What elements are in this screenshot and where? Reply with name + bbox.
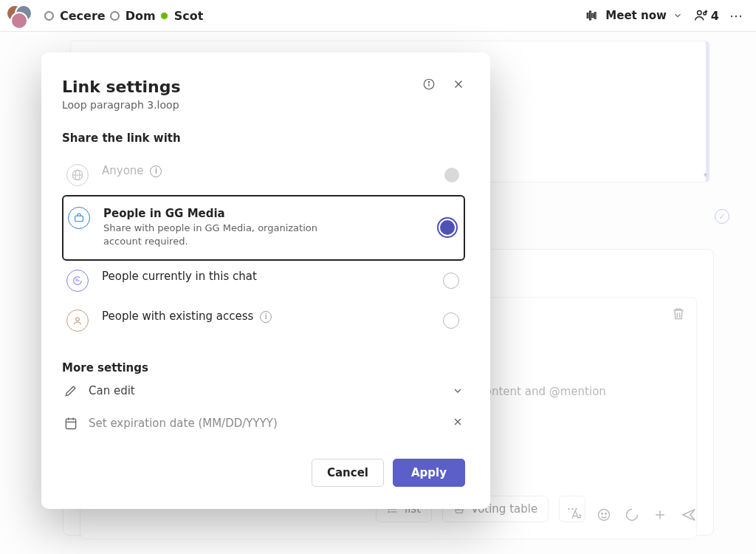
more-settings-label: More settings [62,361,465,375]
dialog-title: Link settings [62,78,422,96]
svg-rect-3 [595,13,597,18]
expiration-placeholder: Set expiration date (MM/DD/YYYY) [89,417,441,430]
info-icon [422,78,436,91]
people-icon [693,7,709,24]
pencil-icon [63,383,78,398]
option-organization[interactable]: People in GG Media Share with people in … [62,195,465,261]
svg-point-4 [697,11,701,15]
radio-existing-access[interactable] [443,312,459,329]
svg-rect-1 [590,11,591,20]
chat-avatar-stack[interactable] [6,4,34,27]
permission-dropdown[interactable]: Can edit [62,375,465,407]
person-icon [66,310,89,332]
svg-point-24 [428,81,429,82]
svg-rect-32 [66,419,75,428]
camera-icon [585,8,599,23]
chat-title[interactable]: Cecere Dom Scot [44,9,203,23]
calendar-icon [63,416,78,431]
apply-button[interactable]: Apply [393,459,465,487]
option-existing-access[interactable]: People with existing access i [62,301,465,341]
share-with-label: Share the link with [62,131,465,145]
radio-chat-members[interactable] [443,273,459,289]
dialog-info-button[interactable] [422,78,436,94]
info-icon[interactable]: i [150,165,162,177]
clear-expiration-button[interactable] [452,416,464,431]
expiration-field[interactable]: Set expiration date (MM/DD/YYYY) [62,407,465,440]
globe-icon [66,164,89,186]
svg-rect-2 [592,14,594,18]
top-bar: Cecere Dom Scot Meet now 4 ⋯ [0,0,756,32]
briefcase-icon [68,207,90,229]
option-chat-members[interactable]: People currently in this chat [62,261,465,301]
option-anyone: Anyone i [62,155,465,195]
info-icon[interactable]: i [260,311,272,323]
chat-icon [66,270,89,292]
radio-organization[interactable] [437,217,458,238]
close-icon [452,416,464,428]
share-options: Anyone i People in GG Media Share with p… [62,155,465,341]
svg-rect-30 [75,216,83,221]
chevron-down-icon [673,10,683,21]
dialog-close-button[interactable] [452,78,465,94]
chevron-down-icon [452,385,464,397]
participants-button[interactable]: 4 [693,7,719,24]
link-settings-dialog: Link settings Loop paragraph 3.loop Shar… [41,52,490,509]
radio-anyone [444,168,459,182]
svg-point-31 [76,318,80,321]
svg-rect-0 [588,13,589,18]
meet-now-button[interactable]: Meet now [585,8,683,23]
chat-content: ▾ ✓ . Everyone can add content and @ment… [0,32,756,554]
dialog-subtitle: Loop paragraph 3.loop [62,99,422,111]
cancel-button[interactable]: Cancel [312,459,384,487]
more-menu-button[interactable]: ⋯ [729,8,744,24]
close-icon [452,78,465,91]
